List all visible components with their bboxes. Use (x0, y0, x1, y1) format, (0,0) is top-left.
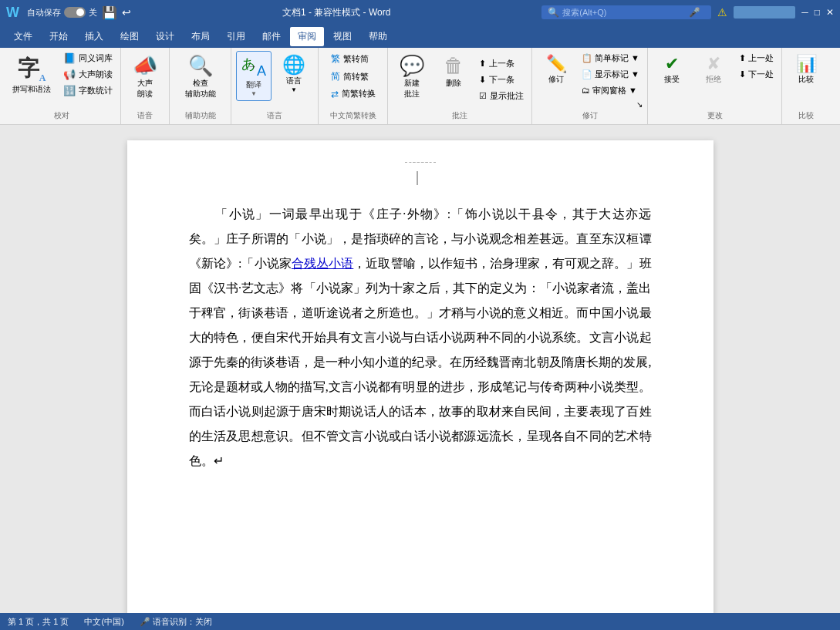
new-comment-icon: 💬 (400, 54, 424, 78)
wordcount-btn[interactable]: 🔢 字数统计 (60, 83, 116, 98)
account-area[interactable] (734, 6, 795, 19)
main-area: 「小说」一词最早出现于《庄子·外物》:「饰小说以干县令，其于大达亦远矣。」庄子所… (0, 125, 840, 613)
chinese-conv-items: 繁 繁转简 简 简转繁 ⇄ 简繁转换 (328, 51, 379, 101)
show-comments-btn[interactable]: ☑ 显示批注 (476, 89, 527, 103)
compare-icon: 📊 (796, 54, 817, 74)
menu-file[interactable]: 文件 (6, 27, 40, 46)
search-bar[interactable]: 🔍 🎤 (541, 5, 711, 19)
review-pane-btn[interactable]: 🗂 审阅窗格 ▼ (579, 83, 643, 98)
prev-comment-btn[interactable]: ⬆ 上一条 (476, 56, 527, 71)
titlebar-right: ⚠ ─ □ ✕ (717, 6, 834, 19)
menu-insert[interactable]: 插入 (77, 27, 111, 46)
reject-btn[interactable]: ✘ 拒绝 (694, 51, 733, 88)
minimize-icon[interactable]: ─ (801, 7, 808, 18)
track-options: 📋 简单标记 ▼ 📄 显示标记 ▼ 🗂 审阅窗格 ▼ (579, 51, 643, 98)
doc-container[interactable]: 「小说」一词最早出现于《庄子·外物》:「饰小说以干县令，其于大达亦远矣。」庄子所… (0, 125, 840, 613)
menu-view[interactable]: 视图 (326, 27, 359, 46)
comments-label: 批注 (452, 110, 467, 121)
menu-draw[interactable]: 绘图 (113, 27, 147, 46)
track-changes-btn[interactable]: ✏️ 修订 (537, 51, 575, 88)
change-nav: ⬆ 上一处 ⬇ 下一处 (736, 51, 777, 82)
thesaurus-icon: 📘 (63, 52, 76, 64)
next-comment-btn[interactable]: ⬇ 下一条 (476, 72, 527, 87)
warning-icon: ⚠ (717, 6, 727, 19)
changes-items: ✔ 接受 ✘ 拒绝 ⬆ 上一处 ⬇ 下一处 (653, 51, 777, 109)
autosave-label: 自动保存 (27, 7, 61, 19)
translate-arrow-icon: → (248, 61, 257, 72)
menu-design[interactable]: 设计 (148, 27, 182, 46)
underlined-text: 合残丛小语 (292, 257, 353, 270)
menu-help[interactable]: 帮助 (361, 27, 395, 46)
accept-icon: ✔ (665, 54, 679, 74)
menu-references[interactable]: 引用 (219, 27, 253, 46)
translate-icon-container: あ A → (241, 55, 266, 79)
language-icon: 🌐 (282, 54, 305, 76)
doc-content[interactable]: 「小说」一词最早出现于《庄子·外物》:「饰小说以干县令，其于大达亦远矣。」庄子所… (189, 202, 652, 473)
show-icon: ☑ (479, 91, 487, 101)
track-icon: ✏️ (546, 54, 567, 74)
simple-markup-btn[interactable]: 📋 简单标记 ▼ (579, 51, 643, 66)
ribbon-group-chinese: 繁 繁转简 简 简转繁 ⇄ 简繁转换 中文简繁转换 (319, 48, 388, 124)
readaloud-btn[interactable]: 📢 大声朗读 (60, 67, 116, 82)
changes-label: 更改 (707, 110, 723, 121)
trad-to-simp-btn[interactable]: 繁 繁转简 (328, 51, 379, 67)
undo-icon[interactable]: ↩ (122, 6, 131, 19)
search-input[interactable] (562, 8, 686, 17)
thesaurus-btn[interactable]: 📘 同义词库 (60, 51, 116, 66)
next-change-btn[interactable]: ⬇ 下一处 (736, 67, 777, 82)
language-btn[interactable]: 🌐 语言 ▼ (275, 51, 313, 96)
ribbon-group-voice: 📣 大声朗读 语音 (121, 48, 170, 124)
convert-btn[interactable]: ⇄ 简繁转换 (328, 86, 379, 101)
ribbon-group-accessibility: 🔍 检查辅助功能 辅助功能 (170, 48, 231, 124)
language-dropdown: ▼ (291, 86, 297, 93)
track-expand: ↘ (537, 100, 643, 109)
menu-mailings[interactable]: 邮件 (255, 27, 288, 46)
save-icon[interactable]: 💾 (102, 5, 117, 20)
ribbon: 字A 拼写和语法 📘 同义词库 📢 大声朗读 🔢 字数统计 校对 (0, 48, 840, 125)
speech-btn[interactable]: 📣 大声朗读 (126, 51, 164, 103)
titlebar-left: W 自动保存 关 💾 ↩ (6, 5, 131, 21)
ribbon-group-compare: 📊 比较 比较 (782, 48, 830, 124)
doc-paragraph: 「小说」一词最早出现于《庄子·外物》:「饰小说以干县令，其于大达亦远矣。」庄子所… (189, 202, 652, 473)
autosave-toggle[interactable] (64, 7, 86, 18)
reject-icon: ✘ (707, 54, 720, 74)
ribbon-group-tracking: ✏️ 修订 📋 简单标记 ▼ 📄 显示标记 ▼ 🗂 审阅窗格 ▼ ↘ 修订 (532, 48, 648, 124)
simp-trad-icon: 简 (331, 70, 340, 83)
maximize-icon[interactable]: □ (815, 7, 820, 18)
search-icon: 🔍 (548, 7, 559, 18)
new-comment-btn[interactable]: 💬 新建批注 (393, 51, 431, 103)
ribbon-group-proofing: 字A 拼写和语法 📘 同义词库 📢 大声朗读 🔢 字数统计 校对 (3, 48, 121, 124)
compare-btn[interactable]: 📊 比较 (787, 51, 825, 88)
check-accessibility-btn[interactable]: 🔍 检查辅助功能 (180, 51, 221, 103)
translate-en-icon: A (257, 63, 266, 79)
delete-icon: 🗑 (444, 54, 464, 78)
tracking-label: 修订 (582, 110, 598, 121)
translate-dropdown: ▼ (251, 90, 257, 97)
close-icon[interactable]: ✕ (826, 7, 834, 18)
spelling-grammar-btn[interactable]: 字A 拼写和语法 (8, 51, 56, 98)
comment-nav: ⬆ 上一条 ⬇ 下一条 ☑ 显示批注 (476, 51, 527, 109)
accessibility-icon: 🔍 (188, 54, 213, 78)
prev-change-btn[interactable]: ⬆ 上一处 (736, 51, 777, 66)
word-logo: W (6, 5, 19, 21)
convert-icon: ⇄ (331, 89, 339, 99)
accept-btn[interactable]: ✔ 接受 (653, 51, 691, 88)
prev-icon: ⬆ (479, 59, 486, 69)
voice-items: 📣 大声朗读 (126, 51, 164, 103)
proofing-items: 字A 拼写和语法 📘 同义词库 📢 大声朗读 🔢 字数统计 (8, 51, 116, 98)
track-expand-icon[interactable]: ↘ (636, 100, 643, 109)
simp-to-trad-btn[interactable]: 简 简转繁 (328, 69, 379, 85)
menu-home[interactable]: 开始 (42, 27, 76, 46)
show-markup-btn[interactable]: 📄 显示标记 ▼ (579, 67, 643, 82)
cursor-top (417, 171, 418, 185)
doc-page: 「小说」一词最早出现于《庄子·外物》:「饰小说以干县令，其于大达亦远矣。」庄子所… (127, 140, 713, 613)
mic-icon[interactable]: 🎤 (689, 7, 700, 18)
accessibility-label: 辅助功能 (185, 110, 216, 121)
menu-layout[interactable]: 布局 (184, 27, 218, 46)
menu-review[interactable]: 审阅 (290, 27, 324, 46)
translate-btn[interactable]: あ A → 翻译 ▼ (236, 51, 272, 101)
page-mark-right (413, 162, 436, 163)
delete-comment-btn[interactable]: 🗑 删除 (434, 51, 473, 92)
page-info: 第 1 页，共 1 页 (8, 616, 69, 628)
ribbon-group-language: あ A → 翻译 ▼ 🌐 语言 ▼ 语言 (231, 48, 319, 124)
